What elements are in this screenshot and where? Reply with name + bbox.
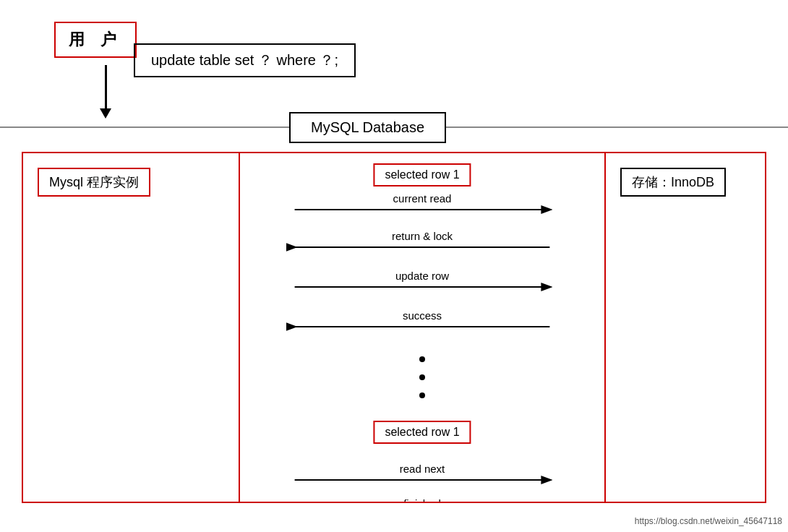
diagram-container: 用 户 update table set ？ where ？; MySQL Da… [0, 0, 788, 532]
col-left-text: Mysql 程序实例 [49, 175, 139, 189]
watermark: https://blog.csdn.net/weixin_45647118 [635, 516, 782, 526]
svg-text:read  next: read next [400, 463, 445, 475]
selected-row-box-bottom: selected row 1 [373, 421, 471, 444]
selected-row-box-top: selected row 1 [373, 163, 471, 186]
svg-text:current  read: current read [393, 192, 452, 205]
col-middle: current read return & lock update row su… [240, 153, 606, 502]
svg-point-10 [419, 392, 425, 398]
col-right-text: 存储：InnoDB [632, 175, 714, 189]
svg-point-8 [419, 356, 425, 362]
user-label: 用 户 [69, 30, 122, 48]
selected-row-top-text: selected row 1 [385, 168, 459, 181]
col-right: 存储：InnoDB [606, 153, 765, 502]
sql-box: update table set ？ where ？; [134, 43, 356, 77]
selected-row-bottom-text: selected row 1 [385, 426, 459, 438]
svg-text:success: success [403, 309, 442, 322]
arrow-down [100, 65, 111, 119]
svg-point-9 [419, 374, 425, 380]
svg-text:update  row: update row [395, 270, 449, 282]
mysql-db-label: MySQL Database [311, 119, 424, 135]
user-box: 用 户 [54, 22, 137, 58]
sql-label: update table set ？ where ？; [151, 52, 338, 68]
col-left-label: Mysql 程序实例 [38, 168, 150, 197]
main-section: Mysql 程序实例 current read retu [22, 152, 766, 503]
svg-text:return  &  lock: return & lock [392, 230, 453, 242]
watermark-text: https://blog.csdn.net/weixin_45647118 [635, 516, 782, 526]
svg-text:finished: finished [403, 497, 441, 502]
col-right-label: 存储：InnoDB [620, 168, 726, 197]
col-left: Mysql 程序实例 [23, 153, 240, 502]
arrow-down-line [105, 65, 107, 108]
arrows-svg: current read return & lock update row su… [240, 153, 604, 502]
arrow-down-head [100, 108, 111, 119]
mysql-db-box: MySQL Database [289, 112, 446, 143]
